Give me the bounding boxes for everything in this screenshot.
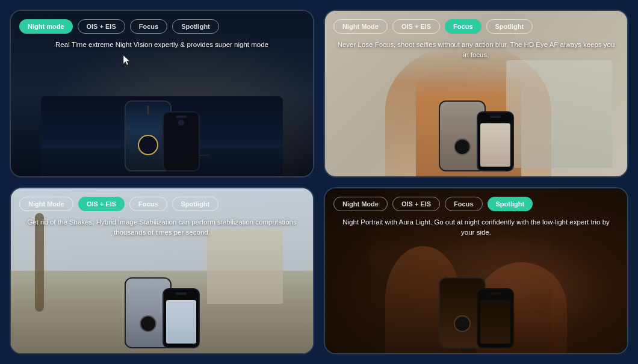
front-screen-content: [166, 300, 196, 344]
camera-lens: [140, 315, 156, 332]
phone-display-area: [325, 241, 627, 353]
notch: [490, 116, 501, 118]
card-ois-eis: Night Mode OIS + EIS Focus Spotlight Get…: [10, 187, 314, 355]
phones-group: [125, 277, 200, 348]
phones-group: [125, 100, 200, 171]
tab-night-mode[interactable]: Night Mode: [19, 197, 73, 211]
phone-display-area: [11, 54, 313, 176]
tab-ois-eis[interactable]: OIS + EIS: [392, 197, 440, 211]
cursor-indicator: [122, 54, 132, 69]
tab-focus[interactable]: Focus: [129, 197, 167, 211]
card-description: Real Time extreme Night Vision expertly …: [11, 34, 313, 54]
tab-spotlight[interactable]: Spotlight: [486, 19, 533, 34]
tab-night-mode[interactable]: Night Mode: [333, 197, 388, 211]
card-spotlight: Night Mode OIS + EIS Focus Spotlight Nig…: [324, 187, 628, 355]
tab-focus[interactable]: Focus: [445, 19, 481, 34]
phone-display-area: [11, 241, 313, 353]
tab-bar: Night Mode OIS + EIS Focus Spotlight: [325, 11, 627, 34]
tab-focus[interactable]: Focus: [445, 197, 482, 211]
camera-lens: [454, 315, 471, 332]
phone-display-area: [325, 64, 627, 176]
tab-spotlight[interactable]: Spotlight: [488, 197, 533, 211]
tab-bar: Night Mode OIS + EIS Focus Spotlight: [325, 188, 627, 211]
camera-strip: [147, 105, 149, 114]
tab-ois-eis[interactable]: OIS + EIS: [392, 19, 440, 34]
card-focus: Night Mode OIS + EIS Focus Spotlight Nev…: [324, 10, 628, 177]
tab-focus[interactable]: Focus: [130, 19, 167, 34]
tab-ois-eis[interactable]: OIS + EIS: [78, 197, 125, 211]
camera-lens: [454, 138, 471, 155]
tab-spotlight[interactable]: Spotlight: [172, 197, 219, 211]
tab-bar: Night mode OIS + EIS Focus Spotlight: [11, 11, 313, 34]
tab-night-mode[interactable]: Night mode: [19, 19, 73, 34]
card-description: Never Lose Focus, shoot selfies without …: [325, 34, 627, 64]
tab-night-mode[interactable]: Night Mode: [333, 19, 388, 34]
phones-group: [439, 100, 514, 171]
front-screen-content: [480, 123, 510, 167]
phone-front: [163, 111, 200, 171]
phone-front-ois: [163, 288, 200, 348]
notch: [176, 292, 187, 295]
tab-spotlight[interactable]: Spotlight: [172, 19, 219, 34]
phone-front-spotlight: [477, 288, 514, 348]
card-description: Night Portrait with Aura Light. Go out a…: [325, 211, 627, 242]
front-screen: [166, 123, 196, 167]
card-description: Get rid of the Shakes, Hybrid Image Stab…: [11, 211, 313, 242]
tab-ois-eis[interactable]: OIS + EIS: [78, 19, 125, 34]
phone-front-focus: [477, 111, 514, 171]
tab-bar: Night Mode OIS + EIS Focus Spotlight: [11, 188, 313, 211]
notch: [490, 292, 501, 295]
front-screen-content: [480, 300, 510, 344]
phones-group: [439, 277, 514, 348]
card-night-mode: Night mode OIS + EIS Focus Spotlight Rea…: [10, 10, 314, 177]
